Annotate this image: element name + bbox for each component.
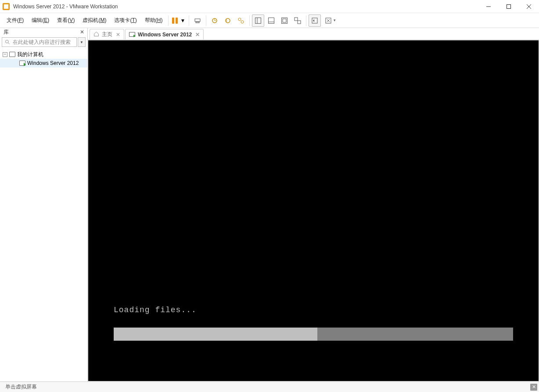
separator [306,15,306,26]
view-unity-button[interactable] [291,14,304,27]
svg-rect-4 [195,19,200,21]
minimize-button[interactable] [478,0,499,13]
svg-point-8 [238,18,241,21]
tree-item-label: Windows Server 2012 [27,60,79,66]
vm-icon [129,32,135,37]
status-dismiss-button[interactable]: ✕ [530,384,537,391]
library-tree: − 我的计算机 Windows Server 2012 [0,48,87,381]
tab-strip: 主页 ✕ Windows Server 2012 ✕ [88,28,539,40]
view-single-button[interactable] [252,14,264,27]
tree-item-vm[interactable]: Windows Server 2012 [0,59,87,68]
search-icon [5,39,10,45]
maximize-button[interactable] [499,0,519,13]
separator [189,15,189,26]
tab-close-icon[interactable]: ✕ [195,32,200,38]
send-ctrl-alt-del-button[interactable] [191,14,204,27]
svg-rect-14 [282,18,287,23]
snapshot-revert-button[interactable] [222,14,234,27]
progress-fill [114,328,317,341]
sidebar-close-button[interactable]: ✕ [79,29,86,35]
menu-edit[interactable]: 编辑(E) [28,15,53,26]
search-input[interactable]: 在此处键入内容进行搜索 [2,37,77,47]
sidebar-header: 库 ✕ [0,28,87,36]
vm-icon [19,61,25,66]
svg-line-21 [8,43,10,44]
svg-rect-18 [312,18,317,23]
menu-file[interactable]: 文件(F) [3,15,28,26]
status-bar: 单击虚拟屏幕 ✕ [0,381,539,392]
tree-root-label: 我的计算机 [17,51,43,58]
collapse-icon[interactable]: − [3,52,7,57]
separator [249,15,250,26]
status-hint: 单击虚拟屏幕 [2,383,37,391]
computer-icon [9,52,15,57]
menu-bar: 文件(F) 编辑(E) 查看(V) 虚拟机(M) 选项卡(T) 帮助(H) ▼ [0,13,539,28]
chevron-down-icon: ▼ [180,18,185,24]
tab-home-label: 主页 [102,31,112,38]
tab-vm[interactable]: Windows Server 2012 ✕ [125,29,204,39]
snapshot-manage-button[interactable] [235,14,247,27]
view-fullscreen-button[interactable] [278,14,291,27]
svg-rect-12 [269,18,274,23]
vm-console[interactable]: Loading files... [88,40,539,381]
search-placeholder: 在此处键入内容进行搜索 [13,39,71,46]
svg-rect-16 [295,18,298,21]
chevron-down-icon: ▼ [333,18,336,22]
svg-rect-10 [255,18,261,23]
separator [206,15,206,26]
menu-view[interactable]: 查看(V) [53,15,79,26]
window-title: Windows Server 2012 - VMware Workstation [13,4,118,10]
free-stretch-button[interactable]: ▼ [322,14,339,27]
power-pause-button[interactable]: ▼ [170,17,187,25]
tree-root-my-computer[interactable]: − 我的计算机 [0,50,87,59]
menu-tabs[interactable]: 选项卡(T) [110,15,140,26]
tab-vm-label: Windows Server 2012 [138,32,192,38]
home-icon [93,31,99,38]
svg-point-9 [241,21,244,23]
svg-rect-5 [196,22,199,23]
library-sidebar: 库 ✕ 在此处键入内容进行搜索 ▼ − 我的计算机 Windows Se [0,28,88,381]
title-bar: Windows Server 2012 - VMware Workstation [0,0,539,13]
pause-icon [172,18,178,24]
svg-point-20 [6,40,9,43]
snapshot-take-button[interactable] [208,14,221,27]
view-console-button[interactable] [265,14,277,27]
tab-home[interactable]: 主页 ✕ [90,29,124,39]
search-dropdown[interactable]: ▼ [78,37,86,47]
sidebar-title: 库 [4,29,9,36]
close-button[interactable] [519,0,539,13]
tab-close-icon[interactable]: ✕ [116,32,120,38]
menu-vm[interactable]: 虚拟机(M) [79,15,110,26]
window-controls [478,0,539,13]
vmware-icon [3,3,10,10]
svg-rect-17 [298,21,301,24]
stretch-guest-button[interactable] [309,14,321,27]
content-pane: 主页 ✕ Windows Server 2012 ✕ Loading files… [88,28,539,381]
console-loading-text: Loading files... [114,306,197,314]
separator [168,15,169,26]
svg-rect-1 [507,4,511,8]
svg-rect-15 [283,19,286,22]
progress-bar [114,328,513,341]
menu-help[interactable]: 帮助(H) [141,15,167,26]
